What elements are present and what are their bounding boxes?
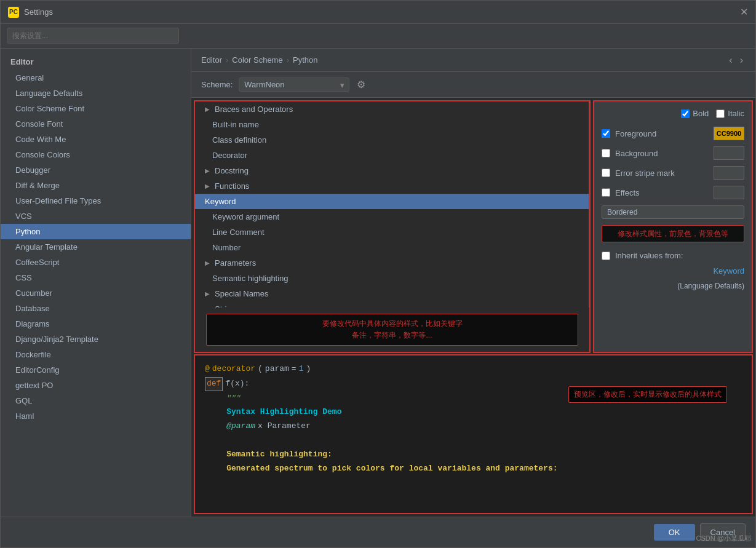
sidebar-item-diff-merge[interactable]: Diff & Merge [1,178,191,193]
sidebar-item-general[interactable]: General [1,70,191,85]
background-row: Background [602,146,744,160]
token-item-line-comment[interactable]: Line Comment [195,224,589,240]
foreground-color-box[interactable]: CC9900 [714,127,744,140]
token-item-number[interactable]: Number [195,240,589,255]
expand-icon: ▶ [205,260,211,266]
sidebar-item-cucumber[interactable]: Cucumber [1,285,191,301]
scheme-bar: Scheme: WarmNeon Default Darcula High Co… [191,72,755,98]
sidebar-item-diagrams[interactable]: Diagrams [1,316,191,332]
expand-icon: ▶ [205,167,211,174]
foreground-checkbox[interactable] [602,129,610,138]
token-item-docstring[interactable]: ▶ Docstring [195,163,589,178]
sidebar-item-coffeescript[interactable]: CoffeeScript [1,255,191,270]
token-item-decorator[interactable]: Decorator [195,148,589,163]
sidebar-item-haml[interactable]: Haml [1,408,191,424]
error-stripe-checkbox[interactable] [602,169,610,177]
token-item-parameters[interactable]: ▶ Parameters [195,255,589,271]
search-input[interactable] [7,28,179,44]
sidebar-item-css[interactable]: CSS [1,270,191,285]
code-param: param [265,363,289,376]
sidebar-item-gettext-po[interactable]: gettext PO [1,378,191,393]
effects-color-box[interactable] [714,186,744,199]
token-item-builtin[interactable]: Built-in name [195,117,589,132]
token-item-functions[interactable]: ▶ Functions [195,178,589,194]
expand-icon: ▶ [205,290,211,297]
token-item-semantic-highlighting[interactable]: Semantic highlighting [195,271,589,286]
code-spectrum: Generated spectrum to pick colors for lo… [226,463,557,475]
sidebar-item-python[interactable]: Python [1,224,191,239]
breadcrumb-color-scheme: Color Scheme [232,55,282,65]
sidebar-item-console-colors[interactable]: Console Colors [1,147,191,162]
code-preview: @decorator(param=1) def f(x): """ Syntax… [195,355,752,513]
token-list-container: ▶ Braces and Operators Built-in name Cla… [194,100,591,353]
code-line-8: Generated spectrum to pick colors for lo… [205,463,742,475]
token-item-braces[interactable]: ▶ Braces and Operators [195,101,589,117]
code-spaces4 [205,448,224,461]
sidebar-item-debugger[interactable]: Debugger [1,162,191,178]
error-stripe-row: Error stripe mark [602,166,744,180]
code-spaces3 [205,420,224,433]
breadcrumb-sep-1: › [226,55,228,65]
code-spaces2 [205,406,224,419]
sidebar-item-language-defaults[interactable]: Language Defaults [1,85,191,101]
sidebar-item-vcs[interactable]: VCS [1,208,191,224]
sidebar: Editor General Language Defaults Color S… [1,49,191,517]
right-panel: Editor › Color Scheme › Python ‹ › Schem… [191,49,755,517]
effects-label: Effects [615,188,640,197]
code-line-5: @param x Parameter [205,420,742,433]
inherit-row: Inherit values from: [602,251,744,260]
foreground-row: Foreground CC9900 [602,127,744,140]
preview-annotation: 预览区，修改后，实时显示修改后的具体样式 [568,386,727,403]
code-decorator-name: decorator [212,363,255,376]
sidebar-item-dockerfile[interactable]: Dockerfile [1,347,191,362]
code-spaces5 [205,463,224,475]
scheme-gear-button[interactable]: ⚙ [356,77,367,92]
sidebar-item-color-scheme-font[interactable]: Color Scheme Font [1,101,191,116]
bold-checkbox-label[interactable]: Bold [681,109,709,118]
error-stripe-label: Error stripe mark [615,169,675,178]
token-item-class-def[interactable]: Class definition [195,132,589,148]
sidebar-item-code-with-me[interactable]: Code With Me [1,132,191,147]
sidebar-item-console-font[interactable]: Console Font [1,116,191,132]
sidebar-item-gql[interactable]: GQL [1,393,191,408]
breadcrumb: Editor › Color Scheme › Python ‹ › [191,49,755,72]
code-syntax-demo: Syntax Highlighting Demo [226,406,341,419]
error-stripe-color-box[interactable] [714,166,744,180]
token-item-keyword-arg[interactable]: Keyword argument [195,209,589,224]
sidebar-item-angular-template[interactable]: Angular Template [1,239,191,255]
sidebar-item-django[interactable]: Django/Jinja2 Template [1,332,191,347]
code-num: 1 [299,363,304,376]
cancel-button[interactable]: Cancel [700,523,746,541]
ok-button[interactable]: OK [654,524,695,541]
code-at: @ [205,363,210,376]
inherit-sub: (Language Defaults) [602,282,744,290]
sidebar-item-user-defined-file-types[interactable]: User-Defined File Types [1,193,191,208]
breadcrumb-editor: Editor [201,55,222,65]
sidebar-item-database[interactable]: Database [1,301,191,316]
inherit-link[interactable]: Keyword [602,266,744,276]
code-preview-area: @decorator(param=1) def f(x): """ Syntax… [194,354,753,514]
main-content: Editor General Language Defaults Color S… [1,49,755,517]
close-button[interactable]: ✕ [740,6,748,18]
token-item-special-names[interactable]: ▶ Special Names [195,286,589,301]
forward-button[interactable]: › [738,54,746,67]
token-item-string[interactable]: ▼ String [195,301,589,308]
style-annotation: 修改样式属性，前景色，背景色等 [602,225,744,242]
search-bar [1,24,755,49]
italic-checkbox-label[interactable]: Italic [716,109,744,118]
sidebar-item-editorconfig[interactable]: EditorConfig [1,362,191,378]
background-color-box[interactable] [714,146,744,160]
background-checkbox[interactable] [602,149,610,157]
inherit-checkbox[interactable] [602,252,610,260]
settings-window: PC Settings ✕ Editor General Language De… [0,0,756,548]
code-eq: = [292,363,296,376]
effects-dropdown[interactable]: Bordered Underline Bold Underline Dotted… [602,205,744,219]
token-item-keyword[interactable]: Keyword [195,194,589,209]
code-semantic-label: Semantic highlighting: [226,448,332,461]
window-title: Settings [24,7,53,17]
bold-checkbox[interactable] [681,109,690,118]
effects-checkbox[interactable] [602,188,610,197]
scheme-select[interactable]: WarmNeon Default Darcula High Contrast [239,77,349,92]
italic-checkbox[interactable] [716,109,725,118]
back-button[interactable]: ‹ [726,54,734,67]
